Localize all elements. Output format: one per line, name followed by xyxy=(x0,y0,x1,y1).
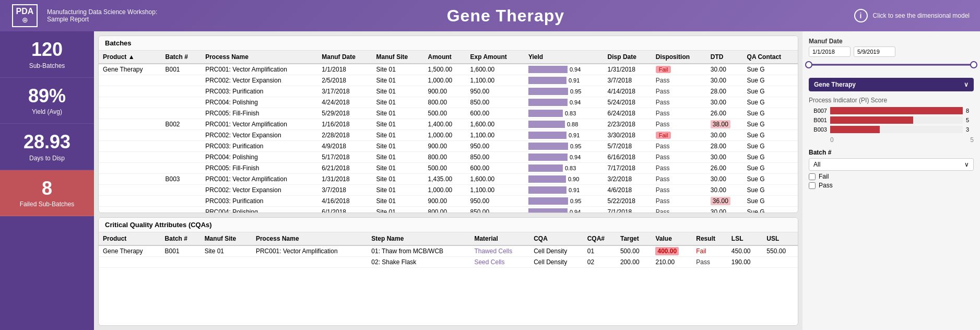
table-row[interactable]: B002 PRC001: Vector Amplification 1/16/2… xyxy=(99,119,798,130)
date-to-input[interactable] xyxy=(854,46,895,57)
cqa-col-usl[interactable]: USL xyxy=(762,232,798,245)
table-row[interactable]: 02: Shake Flask Seed Cells Cell Density … xyxy=(99,257,798,268)
cell-exp-amount: 950.00 xyxy=(466,86,524,97)
chevron-down-icon-batch: ∨ xyxy=(964,161,969,168)
cqa-col-value[interactable]: Value xyxy=(651,232,692,245)
col-dtd[interactable]: DTD xyxy=(706,51,743,64)
col-process[interactable]: Process Name xyxy=(201,51,317,64)
cqa-col-cqa[interactable]: CQA xyxy=(529,232,583,245)
gene-therapy-select[interactable]: Gene Therapy ∨ xyxy=(809,78,974,91)
cell-yield: 0.83 xyxy=(524,163,604,174)
cqa-col-process[interactable]: Process Name xyxy=(252,232,367,245)
col-qa[interactable]: QA Contact xyxy=(743,51,798,64)
cell-process: PRC001: Vector Amplification xyxy=(201,119,317,130)
table-row[interactable]: PRC005: Fill-Finish 5/29/2018 Site 01 50… xyxy=(99,108,798,119)
cqa-col-step[interactable]: Step Name xyxy=(367,232,470,245)
cqa-col-num[interactable]: CQA# xyxy=(583,232,616,245)
col-manuf-site[interactable]: Manuf Site xyxy=(372,51,423,64)
cell-amount: 800.00 xyxy=(424,152,466,163)
cqa-cell-step: 01: Thaw from MCB/WCB xyxy=(367,245,470,257)
cqa-cell-step: 02: Shake Flask xyxy=(367,257,470,268)
cell-disp-date: 3/7/2018 xyxy=(604,75,652,86)
pi-bar-value: 3 xyxy=(966,126,974,133)
pass-checkbox[interactable] xyxy=(809,182,816,189)
cell-exp-amount: 1,100.00 xyxy=(466,185,524,196)
col-yield[interactable]: Yield xyxy=(524,51,604,64)
cell-exp-amount: 1,100.00 xyxy=(466,130,524,141)
cqa-table-container[interactable]: Product Batch # Manuf Site Process Name … xyxy=(99,232,798,268)
batches-table-container[interactable]: Product ▲ Batch # Process Name Manuf Dat… xyxy=(99,51,798,213)
pi-bar-label: B007 xyxy=(809,108,827,114)
cell-yield: 0.94 xyxy=(524,97,604,108)
cell-qa: Sue G xyxy=(743,185,798,196)
cell-process: PRC003: Purification xyxy=(201,141,317,152)
batch-select[interactable]: All ∨ xyxy=(809,158,974,171)
pi-axis-5: 5 xyxy=(970,136,974,144)
yield-label: Yield (Avg) xyxy=(8,108,86,115)
cell-exp-amount: 600.00 xyxy=(466,163,524,174)
cell-process: PRC004: Polishing xyxy=(201,97,317,108)
cell-product xyxy=(99,86,161,97)
cqa-col-product[interactable]: Product xyxy=(99,232,161,245)
cell-batch: B001 xyxy=(161,64,201,75)
batch-label: Batch # xyxy=(809,149,974,156)
cell-manuf-date: 1/31/2018 xyxy=(317,174,372,185)
cqa-col-result[interactable]: Result xyxy=(692,232,727,245)
cqa-col-material[interactable]: Material xyxy=(470,232,529,245)
cqa-cell-value: 210.00 xyxy=(651,257,692,268)
date-from-input[interactable] xyxy=(809,46,851,57)
cell-manuf-date: 3/7/2018 xyxy=(317,185,372,196)
table-row[interactable]: PRC004: Polishing 4/24/2018 Site 01 800.… xyxy=(99,97,798,108)
table-row[interactable]: PRC005: Fill-Finish 6/21/2018 Site 01 50… xyxy=(99,163,798,174)
cell-disp-date: 5/7/2018 xyxy=(604,141,652,152)
col-batch[interactable]: Batch # xyxy=(161,51,201,64)
slider-thumb-left[interactable] xyxy=(805,61,812,68)
slider-thumb-right[interactable] xyxy=(970,61,977,68)
cqa-col-batch[interactable]: Batch # xyxy=(161,232,200,245)
cqa-col-site[interactable]: Manuf Site xyxy=(200,232,252,245)
cqa-col-target[interactable]: Target xyxy=(616,232,652,245)
cell-amount: 800.00 xyxy=(424,207,466,213)
cell-manuf-date: 6/21/2018 xyxy=(317,163,372,174)
table-row[interactable]: PRC002: Vector Expansion 3/7/2018 Site 0… xyxy=(99,185,798,196)
table-row[interactable]: Gene Therapy B001 Site 01 PRC001: Vector… xyxy=(99,245,798,257)
date-slider[interactable] xyxy=(809,60,974,70)
cell-exp-amount: 1,100.00 xyxy=(466,75,524,86)
fail-checkbox[interactable] xyxy=(809,173,816,180)
table-row[interactable]: PRC003: Purification 4/16/2018 Site 01 9… xyxy=(99,196,798,207)
cqa-col-lsl[interactable]: LSL xyxy=(727,232,763,245)
cell-manuf-date: 2/5/2018 xyxy=(317,75,372,86)
table-row[interactable]: PRC002: Vector Expansion 2/5/2018 Site 0… xyxy=(99,75,798,86)
table-row[interactable]: PRC003: Purification 3/17/2018 Site 01 9… xyxy=(99,86,798,97)
days-number: 28.93 xyxy=(8,132,86,152)
col-disp-date[interactable]: Disp Date xyxy=(604,51,652,64)
table-row[interactable]: PRC004: Polishing 5/17/2018 Site 01 800.… xyxy=(99,152,798,163)
cell-yield: 0.94 xyxy=(524,152,604,163)
table-row[interactable]: Gene Therapy B001 PRC001: Vector Amplifi… xyxy=(99,64,798,75)
col-disposition[interactable]: Disposition xyxy=(652,51,706,64)
col-exp-amount[interactable]: Exp Amount xyxy=(466,51,524,64)
table-row[interactable]: PRC003: Purification 4/9/2018 Site 01 90… xyxy=(99,141,798,152)
cell-amount: 1,400.00 xyxy=(424,119,466,130)
sidebar: 120 Sub-Batches 89% Yield (Avg) 28.93 Da… xyxy=(0,31,94,330)
info-button[interactable]: i Click to see the dimensional model xyxy=(854,9,970,22)
col-amount[interactable]: Amount xyxy=(424,51,466,64)
cell-process: PRC004: Polishing xyxy=(201,207,317,213)
col-manuf-date[interactable]: Manuf Date xyxy=(317,51,372,64)
pi-bar xyxy=(830,116,913,124)
pda-text: PDA xyxy=(16,7,34,16)
yield-number: 89% xyxy=(8,86,86,107)
table-row[interactable]: B003 PRC001: Vector Amplification 1/31/2… xyxy=(99,174,798,185)
cell-disp-date: 2/23/2018 xyxy=(604,119,652,130)
cqa-cell-site: Site 01 xyxy=(200,245,252,257)
pi-bar-bg xyxy=(830,126,963,133)
cell-disposition: Fail xyxy=(652,64,706,75)
cell-disposition: Pass xyxy=(652,185,706,196)
cell-disposition: Pass xyxy=(652,108,706,119)
cell-disposition: Pass xyxy=(652,207,706,213)
table-row[interactable]: PRC004: Polishing 6/1/2018 Site 01 800.0… xyxy=(99,207,798,213)
table-row[interactable]: PRC002: Vector Expansion 2/28/2018 Site … xyxy=(99,130,798,141)
col-product[interactable]: Product ▲ xyxy=(99,51,161,64)
cell-amount: 800.00 xyxy=(424,97,466,108)
cell-manuf-date: 4/16/2018 xyxy=(317,196,372,207)
